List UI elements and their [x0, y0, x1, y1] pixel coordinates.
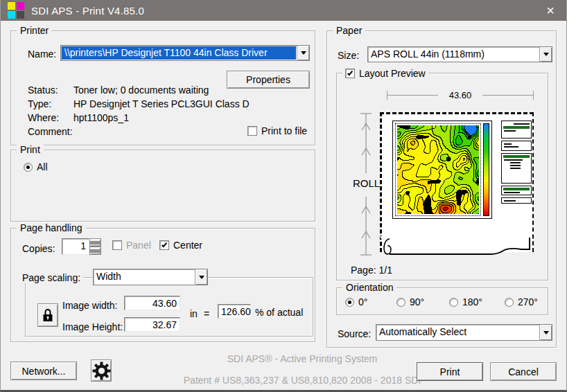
layout-preview-checkbox[interactable]: Layout Preview [342, 68, 428, 79]
page-scaling-value: Width [94, 269, 195, 285]
type-label: Type: [28, 98, 51, 109]
copies-down-button[interactable] [89, 247, 101, 255]
window-title: SDI APS - Print V4.85.0 [31, 5, 144, 17]
source-select[interactable]: Automatically Select [376, 324, 552, 341]
source-dropdown-button[interactable] [539, 325, 552, 340]
paper-group: Paper Size: APS ROLL 44in (1118mm) Layou… [326, 30, 557, 348]
roll-curl-edge [380, 236, 535, 257]
page-indicator: Page: 1/1 [351, 265, 392, 276]
orientation-radio-180[interactable]: 180° [449, 296, 482, 308]
page-handling-legend: Page handling [17, 222, 86, 233]
aspect-lock-button[interactable] [37, 303, 58, 327]
cancel-button[interactable]: Cancel [490, 362, 557, 381]
print-to-file-checkbox-box [247, 126, 257, 136]
roll-label: ROLL [351, 176, 382, 190]
image-height-label: Image Height: [62, 321, 123, 332]
layout-preview-group: Layout Preview 43.60 [336, 73, 548, 280]
paper-size-label: Size: [338, 50, 359, 61]
chevron-down-icon [543, 331, 549, 335]
copies-stepper [89, 238, 101, 255]
paper-size-select[interactable]: APS ROLL 44in (1118mm) [367, 46, 552, 62]
where-label: Where: [28, 112, 59, 123]
percent-suffix-label: % of actual [255, 307, 303, 318]
status-label: Status: [28, 84, 58, 96]
equals-label: = [204, 308, 209, 319]
type-value: HP Designjet T Series PCL3GUI Class D [73, 98, 250, 109]
print-all-label: All [37, 161, 48, 172]
orientation-0-label: 0° [358, 296, 367, 308]
network-button[interactable]: Network... [10, 362, 77, 380]
gear-button[interactable] [91, 359, 112, 382]
paper-sheet [380, 112, 534, 252]
units-label: in [190, 308, 198, 319]
printer-name-value: \\printers\HP Designjet T1100 44in Class… [62, 46, 296, 60]
check-icon [162, 242, 167, 248]
legend-block [501, 186, 532, 195]
legend-block [501, 153, 532, 184]
app-icon-yellow [8, 2, 15, 10]
printer-name-select[interactable]: \\printers\HP Designjet T1100 44in Class… [60, 45, 310, 61]
image-width-field[interactable]: 43.60 [124, 296, 180, 310]
orientation-group: Orientation 0° 90° 180° 270° [336, 287, 548, 315]
radio-circle [505, 298, 514, 307]
source-label: Source: [338, 328, 371, 339]
map-preview-frame [392, 121, 492, 219]
image-height-field[interactable]: 32.67 [124, 317, 180, 332]
image-width-label: Image width: [62, 300, 117, 311]
app-icon [8, 2, 24, 19]
orientation-radio-270[interactable]: 270° [505, 296, 538, 308]
page-scaling-label: Page scaling: [22, 272, 83, 283]
window-titlebar: SDI APS - Print V4.85.0 × [1, 0, 566, 21]
close-button[interactable]: × [534, 0, 566, 21]
copies-field[interactable]: 1 [62, 238, 89, 255]
print-all-radio-circle [24, 163, 33, 172]
print-all-radio[interactable]: All [24, 161, 48, 172]
percent-field[interactable]: 126.60 [218, 304, 251, 319]
printer-name-dropdown-button[interactable] [297, 46, 309, 60]
print-to-file-checkbox[interactable]: Print to file [247, 125, 307, 136]
print-to-file-label: Print to file [261, 125, 307, 136]
printer-name-label: Name: [28, 48, 56, 60]
printer-group: Printer Name: \\printers\HP Designjet T1… [10, 30, 315, 145]
orientation-radio-90[interactable]: 90° [396, 296, 424, 308]
paper-group-legend: Paper [333, 25, 365, 36]
legend-block [501, 197, 532, 204]
roll-indicator: ROLL [352, 112, 380, 258]
map-preview [395, 123, 481, 216]
status-value: Toner low; 0 documents waiting [73, 84, 209, 96]
orientation-180-label: 180° [462, 296, 482, 308]
radio-dot [348, 301, 351, 304]
where-value: hpt1100ps_1 [73, 112, 129, 123]
page-scaling-select[interactable]: Width [93, 269, 208, 285]
lock-icon [42, 308, 54, 323]
paper-size-dropdown-button[interactable] [539, 47, 552, 62]
dimension-value: 43.60 [438, 90, 483, 100]
color-scale-bar [483, 123, 489, 216]
page-handling-group: Page handling Copies: 1 Panel Center Pag… [10, 228, 315, 342]
center-checkbox[interactable]: Center [159, 240, 202, 251]
radio-dot [26, 166, 30, 169]
check-icon [347, 70, 353, 76]
dimension-tick [533, 91, 534, 100]
dimension-segment [387, 95, 438, 96]
panel-checkbox: Panel [112, 240, 151, 251]
dimension-segment [482, 95, 533, 96]
print-range-legend: Print [17, 144, 44, 155]
app-icon-dark [17, 11, 24, 19]
panel-label: Panel [126, 240, 151, 251]
chevron-down-icon [301, 51, 306, 55]
panel-checkbox-box [112, 240, 122, 250]
center-checkbox-box [159, 240, 169, 250]
copies-up-button[interactable] [89, 238, 101, 247]
print-dialog: SDI APS - Print V4.85.0 × Printer Name: … [0, 0, 567, 392]
radio-circle [345, 298, 354, 307]
print-button[interactable]: Print [417, 362, 483, 381]
orientation-270-label: 270° [518, 296, 538, 308]
app-icon-magenta [17, 2, 24, 10]
orientation-radio-0[interactable]: 0° [345, 296, 367, 308]
layout-preview-checkbox-box [345, 69, 355, 78]
dimension-line: 43.60 [387, 90, 534, 100]
page-scaling-dropdown-button[interactable] [195, 269, 207, 285]
print-range-group: Print All [10, 150, 315, 222]
properties-button[interactable]: Properties [227, 71, 310, 89]
